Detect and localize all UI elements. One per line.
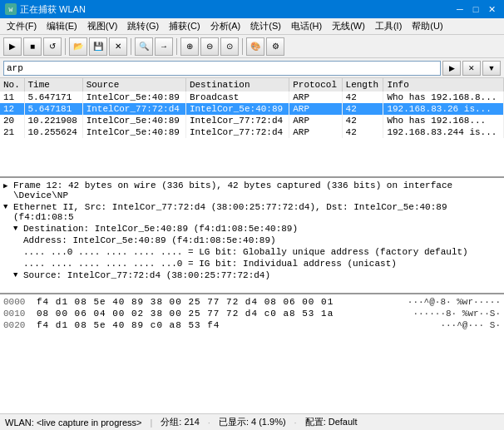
expand-icon: ▼ [13, 225, 22, 233]
hex-ascii: ······8· %wr··S· [413, 309, 501, 319]
packet-list: No. Time Source Destination Protocol Len… [0, 78, 504, 178]
menu-item[interactable]: 统计(S) [245, 18, 286, 34]
toolbar-save-btn[interactable]: 💾 [89, 37, 107, 56]
hex-ascii: ···^@·8· %wr····· [408, 297, 501, 307]
maximize-button[interactable]: □ [468, 2, 483, 16]
status-interface: WLAN: <live capture in progress> [5, 418, 142, 428]
status-interface-name: WLAN: < [5, 418, 42, 428]
col-no: No. [0, 78, 24, 91]
filter-clear-btn[interactable]: ✕ [462, 61, 481, 76]
toolbar-restart-btn[interactable]: ↺ [43, 37, 62, 56]
toolbar-zoom-in-btn[interactable]: ⊕ [180, 37, 199, 56]
detail-item[interactable]: ▼Ethernet II, Src: IntelCor_77:72:d4 (38… [0, 201, 504, 223]
hex-offset: 0010 [3, 309, 30, 319]
filter-apply-btn[interactable]: ▶ [442, 61, 461, 76]
hex-bytes: 08 00 06 04 00 02 38 00 25 77 72 d4 c0 a… [37, 309, 406, 319]
col-info: Info [383, 78, 504, 91]
menu-item[interactable]: 视图(V) [82, 18, 123, 34]
packet-header: No. Time Source Destination Protocol Len… [0, 78, 504, 91]
toolbar-close-btn[interactable]: ✕ [109, 37, 127, 56]
detail-pane: ▶Frame 12: 42 bytes on wire (336 bits), … [0, 178, 504, 294]
status-displayed: 已显示: 4 (1.9%) [219, 416, 286, 428]
col-destination: Destination [185, 78, 289, 91]
expand-icon: ▼ [13, 271, 22, 279]
menu-item[interactable]: 文件(F) [2, 18, 42, 34]
toolbar-zoom-out-btn[interactable]: ⊖ [200, 37, 219, 56]
menu-item[interactable]: 帮助(U) [407, 18, 447, 34]
detail-item[interactable]: ▼Source: IntelCor_77:72:d4 (38:00:25:77:… [0, 269, 504, 281]
menu-item[interactable]: 捕获(C) [164, 18, 205, 34]
minimize-button[interactable]: ─ [452, 2, 467, 16]
detail-item[interactable]: .... .... .... .... .... ...0 = IG bit: … [0, 258, 504, 269]
detail-items: ▶Frame 12: 42 bytes on wire (336 bits), … [0, 180, 504, 281]
detail-text: Destination: IntelCor_5e:40:89 (f4:d1:08… [23, 224, 298, 234]
menu-bar: 文件(F)编辑(E)视图(V)跳转(G)捕获(C)分析(A)统计(S)电话(H)… [0, 18, 504, 35]
detail-text: .... ...0 .... .... .... .... = LG bit: … [23, 247, 468, 257]
menu-item[interactable]: 工具(I) [370, 18, 407, 34]
app-icon: W [5, 3, 17, 15]
toolbar-open-btn[interactable]: 📂 [69, 37, 87, 56]
hex-bytes: f4 d1 08 5e 40 89 38 00 25 77 72 d4 08 0… [37, 297, 401, 307]
expand-icon: ▶ [3, 181, 12, 190]
detail-text: Ethernet II, Src: IntelCor_77:72:d4 (38:… [13, 202, 501, 222]
hex-row: 0020f4 d1 08 5e 40 89 c0 a8 53 f4···^@··… [3, 319, 501, 331]
toolbar-sep-3 [176, 38, 177, 55]
packet-tbody: 115.647171IntelCor_5e:40:89BroadcastARP4… [0, 91, 504, 138]
detail-text: Frame 12: 42 bytes on wire (336 bits), 4… [13, 180, 501, 200]
hex-ascii: ···^@··· S· [440, 320, 501, 330]
detail-text: .... .... .... .... .... ...0 = IG bit: … [23, 259, 397, 269]
title-text: 正在捕获 WLAN [20, 3, 86, 16]
toolbar-colorize-btn[interactable]: 🎨 [246, 37, 264, 56]
menu-item[interactable]: 编辑(E) [42, 18, 82, 34]
packet-table: No. Time Source Destination Protocol Len… [0, 78, 504, 138]
status-packets: 分组: 214 [161, 416, 199, 428]
col-source: Source [82, 78, 185, 91]
menu-item[interactable]: 电话(H) [286, 18, 327, 34]
filter-bar: ▶ ✕ ▼ [0, 58, 504, 78]
hex-bytes: f4 d1 08 5e 40 89 c0 a8 53 f4 [37, 320, 433, 330]
toolbar-sep-2 [131, 38, 131, 55]
detail-item[interactable]: .... ...0 .... .... .... .... = LG bit: … [0, 246, 504, 258]
toolbar-start-btn[interactable]: ▶ [3, 37, 22, 56]
title-bar: W 正在捕获 WLAN ─ □ ✕ [0, 0, 504, 18]
menu-item[interactable]: 分析(A) [205, 18, 246, 34]
hex-row: 001008 00 06 04 00 02 38 00 25 77 72 d4 … [3, 308, 501, 319]
detail-item[interactable]: ▼Destination: IntelCor_5e:40:89 (f4:d1:0… [0, 223, 504, 235]
table-row[interactable]: 2110.255624IntelCor_5e:40:89IntelCor_77:… [0, 126, 504, 138]
detail-text: Source: IntelCor_77:72:d4 (38:00:25:77:7… [23, 270, 270, 280]
hex-pane: 0000f4 d1 08 5e 40 89 38 00 25 77 72 d4 … [0, 294, 504, 413]
expand-icon: ▼ [3, 203, 12, 211]
filter-bookmark-btn[interactable]: ▼ [482, 61, 501, 76]
status-live: live capture in progress [42, 418, 136, 428]
detail-text: Address: IntelCor_5e:40:89 (f4:d1:08:5e:… [23, 235, 276, 245]
table-row[interactable]: 115.647171IntelCor_5e:40:89BroadcastARP4… [0, 91, 504, 103]
status-profile: 配置: Default [305, 416, 358, 428]
table-row[interactable]: 2010.221908IntelCor_5e:40:89IntelCor_77:… [0, 115, 504, 126]
toolbar: ▶ ■ ↺ 📂 💾 ✕ 🔍 → ⊕ ⊖ ⊙ 🎨 ⚙ [0, 35, 504, 58]
detail-item[interactable]: ▶Frame 12: 42 bytes on wire (336 bits), … [0, 180, 504, 201]
toolbar-zoom-reset-btn[interactable]: ⊙ [220, 37, 239, 56]
hex-offset: 0020 [3, 320, 30, 330]
col-protocol: Protocol [289, 78, 342, 91]
toolbar-sep-1 [65, 38, 66, 55]
close-button[interactable]: ✕ [484, 2, 499, 16]
hex-rows: 0000f4 d1 08 5e 40 89 38 00 25 77 72 d4 … [3, 296, 501, 331]
filter-input[interactable] [3, 61, 441, 76]
toolbar-sep-4 [242, 38, 243, 55]
toolbar-find-btn[interactable]: 🔍 [135, 37, 153, 56]
col-length: Length [342, 78, 383, 91]
menu-item[interactable]: 无线(W) [327, 18, 370, 34]
toolbar-prefs-btn[interactable]: ⚙ [266, 37, 284, 56]
hex-row: 0000f4 d1 08 5e 40 89 38 00 25 77 72 d4 … [3, 296, 501, 308]
toolbar-stop-btn[interactable]: ■ [23, 37, 42, 56]
menu-item[interactable]: 跳转(G) [122, 18, 164, 34]
hex-offset: 0000 [3, 297, 30, 307]
window-controls: ─ □ ✕ [452, 2, 499, 16]
detail-item[interactable]: Address: IntelCor_5e:40:89 (f4:d1:08:5e:… [0, 235, 504, 246]
toolbar-goto-btn[interactable]: → [155, 37, 173, 56]
status-bar: WLAN: <live capture in progress> | 分组: 2… [0, 413, 504, 430]
col-time: Time [24, 78, 82, 91]
table-row[interactable]: 125.647181IntelCor_77:72:d4IntelCor_5e:4… [0, 103, 504, 115]
